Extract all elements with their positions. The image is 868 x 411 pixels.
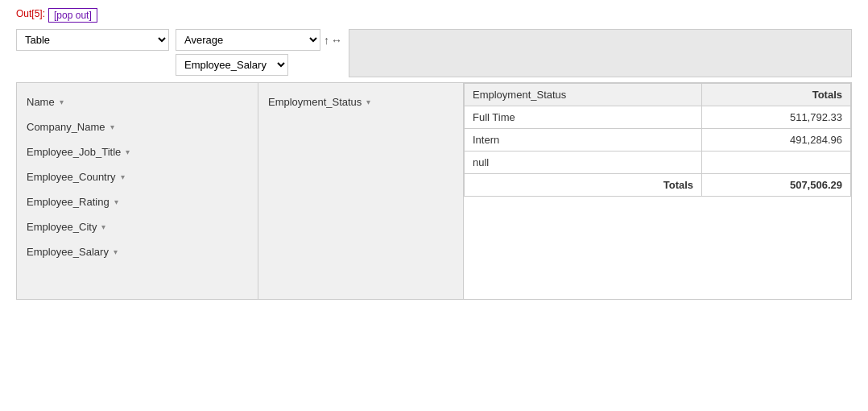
row-item-employment-status[interactable]: Employment_Status ▾ [258,89,463,114]
sort-expand-icon: ↔ [331,34,342,47]
rows-panel: Employment_Status ▾ [258,83,464,299]
field-item-rating[interactable]: Employee_Rating ▾ [17,189,258,214]
field-label: Employee_Country [27,171,116,183]
field-item-country[interactable]: Employee_Country ▾ [17,164,258,189]
field-arrow: ▾ [121,172,125,181]
status-cell: Full Time [465,106,702,129]
row-arrow: ▾ [366,98,370,106]
field-arrow: ▾ [60,98,64,106]
value-cell [702,152,851,174]
sort-up-icon: ↑ [324,34,329,47]
pivot-table-container: Name ▾ Company_Name ▾ Employee_Job_Title… [16,82,852,300]
field-label: Employee_Job_Title [27,146,121,158]
value-cell: 511,792.33 [702,106,851,129]
field-item-salary[interactable]: Employee_Salary ▾ [17,239,258,264]
field-arrow: ▾ [114,197,118,206]
column-drop-zone [349,29,852,77]
sort-icons[interactable]: ↑ ↔ [324,34,342,47]
field-arrow: ▾ [114,247,118,256]
results-panel: Employment_Status Totals Full Time 511,7… [464,83,851,299]
row-label: Employment_Status [268,96,362,108]
fields-panel: Name ▾ Company_Name ▾ Employee_Job_Title… [17,83,258,299]
totals-row: Totals 507,506.29 [465,174,851,197]
status-cell: null [465,152,702,174]
field-item-job-title[interactable]: Employee_Job_Title ▾ [17,139,258,164]
table-row: Full Time 511,792.33 [465,106,851,129]
field-label: Company_Name [27,121,105,133]
pop-out-link[interactable]: [pop out] [48,8,97,23]
field-item-name[interactable]: Name ▾ [17,89,258,114]
field-arrow: ▾ [110,122,114,131]
field-label: Employee_Rating [27,196,110,208]
field-label: Name [27,96,55,108]
results-table: Employment_Status Totals Full Time 511,7… [464,83,851,197]
output-label: Out[5]: [16,8,45,19]
field-label: Employee_Salary [27,246,109,258]
table-row: Intern 491,284.96 [465,129,851,152]
table-row: null [465,152,851,174]
field-select[interactable]: Employee_Salary Employee_Rating [176,54,288,76]
field-item-city[interactable]: Employee_City ▾ [17,214,258,239]
field-label: Employee_City [27,221,97,233]
value-cell: 491,284.96 [702,129,851,152]
aggregation-select[interactable]: Average Sum Count Min Max [176,29,320,51]
status-cell: Intern [465,129,702,152]
col-header-totals: Totals [702,84,851,106]
field-arrow: ▾ [101,222,105,231]
totals-label: Totals [465,174,702,197]
col-header-employment-status: Employment_Status [465,84,702,106]
field-item-company-name[interactable]: Company_Name ▾ [17,114,258,139]
table-select[interactable]: Table [16,29,169,51]
field-arrow: ▾ [126,147,130,156]
totals-value: 507,506.29 [702,174,851,197]
